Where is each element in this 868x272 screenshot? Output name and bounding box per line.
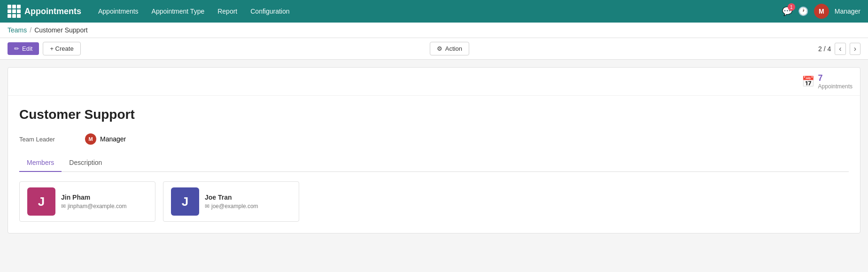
nav-report[interactable]: Report bbox=[212, 5, 243, 18]
app-title: Appointments bbox=[24, 7, 81, 16]
member-card-jin: J Jin Pham ✉ jinpham@example.com bbox=[19, 181, 155, 222]
envelope-icon-joe: ✉ bbox=[205, 203, 209, 210]
member-card-joe: J Joe Tran ✉ joe@example.com bbox=[163, 181, 299, 222]
pagination: 2 / 4 ‹ › bbox=[818, 43, 860, 55]
clock-icon: 🕐 bbox=[798, 6, 808, 16]
member-name-jin: Jin Pham bbox=[61, 194, 127, 201]
member-info-jin: Jin Pham ✉ jinpham@example.com bbox=[61, 194, 127, 210]
appointments-stat[interactable]: 📅 7 Appointments bbox=[802, 73, 852, 90]
gear-icon: ⚙ bbox=[437, 45, 442, 52]
top-navigation: Appointments Appointments Appointment Ty… bbox=[0, 0, 868, 23]
team-leader-field: Team Leader M Manager bbox=[19, 133, 849, 145]
pagination-next[interactable]: › bbox=[850, 43, 860, 55]
breadcrumb-parent[interactable]: Teams bbox=[8, 26, 27, 34]
breadcrumb: Teams / Customer Support bbox=[8, 26, 88, 34]
record-title: Customer Support bbox=[19, 107, 849, 122]
record-body: Customer Support Team Leader M Manager M… bbox=[8, 96, 860, 233]
notification-badge: 1 bbox=[788, 3, 795, 11]
breadcrumb-current: Customer Support bbox=[34, 26, 88, 34]
team-leader-avatar: M bbox=[85, 133, 96, 145]
member-avatar-joe: J bbox=[171, 187, 199, 216]
pagination-text: 2 / 4 bbox=[818, 45, 831, 53]
pagination-prev[interactable]: ‹ bbox=[835, 43, 845, 55]
breadcrumb-separator: / bbox=[30, 26, 31, 34]
member-avatar-jin: J bbox=[27, 187, 55, 216]
edit-button[interactable]: ✏ Edit bbox=[8, 42, 39, 55]
tab-description[interactable]: Description bbox=[62, 154, 109, 172]
grid-icon bbox=[8, 5, 21, 18]
action-button[interactable]: ⚙ Action bbox=[430, 42, 469, 55]
appointments-label: Appointments bbox=[818, 83, 852, 90]
nav-appointment-type[interactable]: Appointment Type bbox=[146, 5, 210, 18]
tabs: Members Description bbox=[19, 154, 849, 172]
appointments-count: 7 bbox=[818, 73, 852, 83]
member-name-joe: Joe Tran bbox=[205, 194, 258, 201]
calendar-icon: 📅 bbox=[802, 76, 814, 88]
team-leader-label: Team Leader bbox=[19, 136, 85, 143]
team-leader-value: M Manager bbox=[85, 133, 126, 145]
topnav-right-section: 💬 1 🕐 M Manager bbox=[782, 4, 860, 19]
pencil-icon: ✏ bbox=[14, 45, 19, 52]
member-email-jin: ✉ jinpham@example.com bbox=[61, 203, 127, 210]
create-button[interactable]: + Create bbox=[43, 42, 80, 55]
nav-appointments[interactable]: Appointments bbox=[93, 5, 144, 18]
member-email-joe: ✉ joe@example.com bbox=[205, 203, 258, 210]
record-card: 📅 7 Appointments Customer Support Team L… bbox=[8, 67, 860, 233]
app-logo[interactable]: Appointments bbox=[8, 5, 81, 18]
breadcrumb-bar: Teams / Customer Support bbox=[0, 23, 868, 38]
toolbar: ✏ Edit + Create ⚙ Action 2 / 4 ‹ › bbox=[0, 38, 868, 60]
user-avatar[interactable]: M bbox=[814, 4, 829, 19]
nav-menu: Appointments Appointment Type Report Con… bbox=[93, 5, 782, 18]
tab-members[interactable]: Members bbox=[19, 154, 62, 172]
notification-button[interactable]: 💬 1 bbox=[782, 6, 792, 16]
main-content: 📅 7 Appointments Customer Support Team L… bbox=[0, 60, 868, 241]
clock-button[interactable]: 🕐 bbox=[798, 6, 808, 16]
member-info-joe: Joe Tran ✉ joe@example.com bbox=[205, 194, 258, 210]
nav-configuration[interactable]: Configuration bbox=[245, 5, 295, 18]
record-card-header: 📅 7 Appointments bbox=[8, 68, 860, 96]
user-name[interactable]: Manager bbox=[835, 8, 860, 15]
members-grid: J Jin Pham ✉ jinpham@example.com J Joe T… bbox=[19, 181, 849, 222]
team-leader-name: Manager bbox=[100, 135, 126, 143]
envelope-icon-jin: ✉ bbox=[61, 203, 66, 210]
